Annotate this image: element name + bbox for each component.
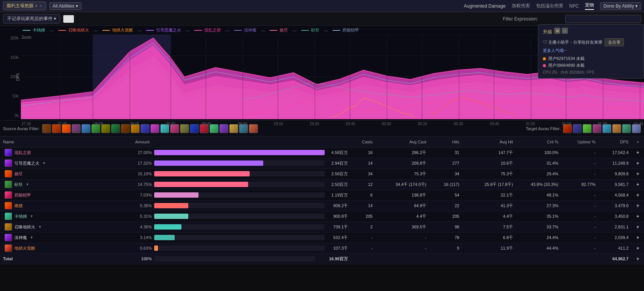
col-avg-cast[interactable]: Avg Cast [376, 137, 430, 147]
ability-icon-4[interactable] [5, 191, 12, 199]
casts-cell-9: - [351, 243, 375, 253]
expand-arrow-6[interactable]: ▼ [30, 214, 33, 218]
ability-icon-3[interactable] [5, 181, 12, 188]
plus-cell-8[interactable]: + [631, 232, 644, 243]
x-3030: 30:30 [454, 122, 463, 126]
nav-pet[interactable]: 宠物 [585, 2, 594, 10]
table-row: 烧尽 15.10% 2.56百万 34 75.3千 34 75.3千 29.4%… [0, 168, 644, 179]
plus-button-2[interactable]: + [636, 171, 639, 177]
name-cell-2: 烧尽 [0, 168, 132, 179]
plus-button-6[interactable]: + [636, 213, 639, 219]
nav-augmented[interactable]: Augmented Damage [464, 3, 506, 9]
more-popularity[interactable]: 更多人气哦~ [543, 48, 639, 53]
amount-cell-0: 27.00% 4.58百万 [132, 147, 351, 158]
legend-sep7: — [292, 28, 297, 33]
ability-icon-9[interactable] [5, 244, 12, 252]
dps-cell-6: 3,450.8 [599, 211, 631, 222]
avg-cast-cell-6: 4.4千 [376, 211, 430, 222]
plus-button-4[interactable]: + [636, 192, 639, 198]
plus-button-3[interactable]: + [636, 181, 639, 187]
total-plus-cell[interactable]: + [631, 253, 644, 264]
casts-cell-6: 205 [351, 211, 375, 222]
plus-button-9[interactable]: + [636, 245, 639, 251]
name-cell-6: 卡纳姆 ▼ [0, 211, 132, 222]
col-plus[interactable]: + [631, 137, 644, 147]
legend-sep4: — [186, 28, 190, 33]
plus-cell-7[interactable]: + [631, 222, 644, 232]
col-avg-hit[interactable]: Avg Hit [462, 137, 516, 147]
legend-demon-line [234, 30, 242, 31]
casts-cell-3: 12 [351, 179, 375, 190]
plus-cell-2[interactable]: + [631, 168, 644, 179]
ability-name-1: 引导恶魔之火 [14, 160, 39, 166]
plus-button-0[interactable]: + [636, 149, 639, 156]
ability-name-3: 献祭 [14, 182, 23, 187]
white-box[interactable] [63, 15, 74, 23]
legend-sacrifice-line [301, 30, 309, 31]
done-by-button[interactable]: Done By Ability ▾ [600, 2, 641, 10]
amount-cell-9: 0.63% 107.3千 [132, 243, 351, 253]
col-uptime[interactable]: Uptime % [561, 137, 599, 147]
plus-cell-9[interactable]: + [631, 243, 644, 253]
pct-text-3: 14.75% [135, 182, 152, 187]
share-button[interactable]: 去分享 [605, 38, 624, 46]
amount-cell-6: 5.31% 900.8千 [132, 211, 351, 222]
ability-icon-0[interactable] [5, 149, 12, 156]
x-3145: 31:45 [634, 122, 643, 126]
col-crit[interactable]: Crit % [516, 137, 561, 147]
expand-arrow-7[interactable]: ▼ [38, 225, 42, 229]
window-icon[interactable]: □ [562, 28, 568, 34]
plus-cell-4[interactable]: + [631, 190, 644, 200]
plus-button-7[interactable]: + [636, 224, 639, 230]
amount-cell-8: 3.14% 532.4千 [132, 232, 351, 243]
nav-weighted[interactable]: 加权伤害 [512, 3, 530, 9]
avg-hit-cell-6: 4.4千 [462, 211, 516, 222]
ability-icon-2[interactable] [5, 170, 12, 178]
amount-cell-5: 5.36% 908.2千 [132, 200, 351, 211]
close-icon[interactable]: × [35, 4, 38, 8]
x-3115: 31:15 [562, 122, 571, 126]
plus-cell-1[interactable]: + [631, 158, 644, 168]
ability-icon-5[interactable] [5, 202, 12, 209]
plus-cell-5[interactable]: + [631, 200, 644, 211]
dps-cell-2: 9,809.8 [599, 168, 631, 179]
plus-button-1[interactable]: + [636, 160, 639, 166]
ability-icon-7[interactable] [5, 223, 12, 231]
name-cell-4: 邪能铠甲 [0, 190, 132, 200]
title-badge[interactable]: 腐朽主母怒眼 × ✦ [3, 2, 46, 10]
ability-icon-8[interactable] [5, 234, 12, 241]
user2-row: 用户39664890 未截 [543, 63, 639, 68]
plus-button-8[interactable]: + [636, 234, 639, 241]
legend-demonfire: 引导恶魔之火 [146, 27, 181, 33]
total-plus-button[interactable]: + [636, 256, 639, 262]
avg-cast-cell-5: 64.9千 [376, 200, 430, 211]
plus-cell-3[interactable]: + [631, 179, 644, 190]
col-name[interactable]: Name [0, 137, 132, 147]
col-amount[interactable]: Amount [132, 137, 351, 147]
amount-text-8: 532.4千 [327, 235, 348, 241]
col-dps[interactable]: DPS [599, 137, 631, 147]
pct-text-9: 0.63% [135, 246, 152, 250]
col-casts[interactable]: Casts [351, 137, 375, 147]
x-2815: 28:15 [130, 122, 139, 126]
x-3000: 30:00 [381, 122, 391, 126]
legend-sep6: — [261, 28, 265, 33]
expand-arrow-1[interactable]: ▼ [42, 161, 46, 165]
expand-arrow-3[interactable]: ▼ [26, 182, 29, 186]
expand-arrow-8[interactable]: ▼ [30, 236, 33, 239]
plus-cell-0[interactable]: + [631, 147, 644, 158]
gear-icon[interactable]: ⚙ [554, 28, 560, 34]
ability-icon-6[interactable] [5, 212, 12, 220]
plus-cell-6[interactable]: + [631, 211, 644, 222]
name-cell-9: 地狱火觉醒 [0, 243, 132, 253]
nav-npc[interactable]: NPC [569, 3, 579, 9]
legend-demonfire-line [146, 30, 154, 31]
hits-cell-2: 34 [429, 168, 462, 179]
ability-icon-1[interactable] [5, 159, 12, 167]
abilities-button[interactable]: All Abilities ▾ [49, 2, 81, 10]
death-button[interactable]: 不记录玩家死后的事件 ▾ [3, 14, 60, 24]
plus-button-5[interactable]: + [636, 203, 639, 209]
filter-input[interactable] [565, 15, 641, 23]
nav-includes[interactable]: 包括溢出伤害 [536, 3, 563, 9]
col-hits[interactable]: Hits [429, 137, 462, 147]
